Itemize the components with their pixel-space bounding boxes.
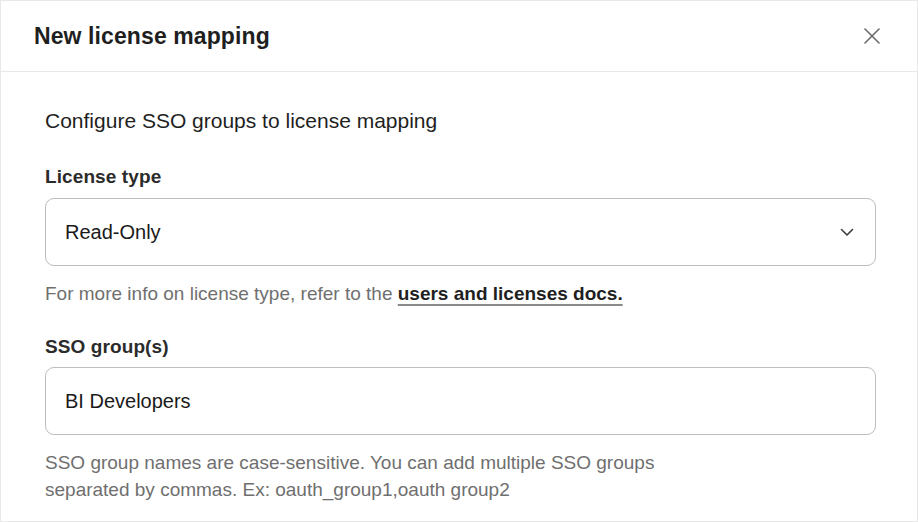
license-type-label: License type: [45, 166, 876, 188]
close-button[interactable]: [857, 21, 887, 51]
license-type-selected-value: Read-Only: [65, 221, 161, 244]
license-helper-text: For more info on license type, refer to …: [45, 283, 398, 304]
sso-groups-label: SSO group(s): [45, 336, 876, 358]
modal-body: Configure SSO groups to license mapping …: [1, 72, 917, 503]
modal-header: New license mapping: [1, 1, 917, 72]
new-license-mapping-modal: New license mapping Configure SSO groups…: [0, 0, 918, 522]
sso-groups-helper: SSO group names are case-sensitive. You …: [45, 449, 685, 503]
license-type-helper: For more info on license type, refer to …: [45, 280, 876, 307]
modal-subtitle: Configure SSO groups to license mapping: [45, 109, 876, 133]
chevron-down-icon: [840, 228, 854, 237]
modal-title: New license mapping: [34, 23, 270, 50]
license-type-select[interactable]: Read-Only: [45, 198, 876, 266]
sso-groups-input[interactable]: [45, 367, 876, 435]
users-licenses-docs-link[interactable]: users and licenses docs.: [398, 283, 623, 304]
close-icon: [861, 25, 883, 47]
